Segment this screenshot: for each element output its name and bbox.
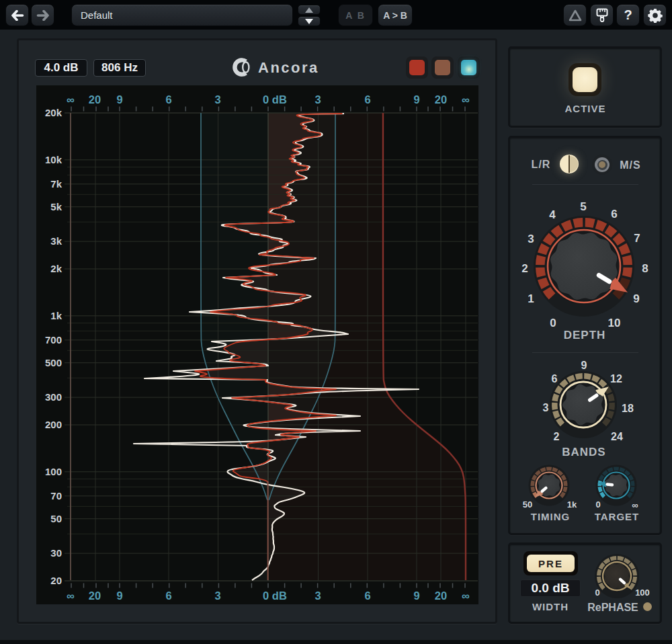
svg-text:100: 100: [45, 466, 62, 477]
svg-text:2: 2: [521, 262, 528, 275]
svg-text:5k: 5k: [50, 201, 62, 212]
svg-text:300: 300: [45, 391, 62, 403]
svg-text:100: 100: [635, 588, 650, 598]
svg-text:∞: ∞: [67, 590, 75, 602]
svg-text:9: 9: [633, 292, 639, 305]
svg-text:5: 5: [580, 200, 586, 213]
svg-text:9: 9: [413, 590, 419, 602]
svg-text:7: 7: [634, 232, 640, 245]
svg-text:0 dB: 0 dB: [263, 93, 287, 106]
svg-text:9: 9: [581, 360, 587, 371]
svg-text:∞: ∞: [632, 500, 638, 510]
svg-text:20: 20: [89, 93, 101, 106]
svg-text:0: 0: [595, 588, 599, 598]
svg-text:2: 2: [554, 431, 560, 442]
svg-text:3: 3: [543, 402, 549, 413]
svg-text:8: 8: [642, 262, 648, 275]
svg-text:70: 70: [50, 490, 62, 501]
svg-text:7k: 7k: [50, 178, 62, 190]
svg-text:20: 20: [50, 575, 62, 586]
svg-text:3: 3: [314, 93, 321, 106]
svg-text:200: 200: [45, 419, 62, 430]
svg-text:500: 500: [45, 357, 62, 368]
svg-text:6: 6: [611, 208, 617, 220]
svg-text:10: 10: [608, 317, 621, 329]
svg-text:4: 4: [549, 208, 556, 221]
svg-text:20: 20: [89, 590, 101, 602]
svg-text:20: 20: [435, 93, 447, 106]
svg-text:1: 1: [528, 292, 534, 305]
svg-text:12: 12: [610, 373, 622, 385]
svg-text:0 dB: 0 dB: [263, 590, 287, 602]
svg-text:∞: ∞: [67, 93, 75, 106]
svg-text:6: 6: [364, 590, 370, 602]
svg-text:3k: 3k: [50, 235, 62, 247]
svg-text:9: 9: [116, 590, 122, 602]
svg-text:3: 3: [528, 233, 534, 245]
svg-text:1k: 1k: [50, 310, 62, 321]
svg-text:6: 6: [165, 93, 171, 106]
svg-text:∞: ∞: [462, 590, 470, 602]
svg-text:30: 30: [50, 547, 62, 559]
svg-text:Ancora: Ancora: [258, 59, 319, 76]
svg-text:6: 6: [165, 590, 171, 602]
svg-text:24: 24: [611, 431, 623, 442]
svg-text:6: 6: [364, 93, 370, 106]
svg-text:9: 9: [413, 93, 419, 106]
svg-text:10k: 10k: [45, 154, 62, 165]
svg-text:50: 50: [50, 513, 62, 524]
svg-text:∞: ∞: [462, 93, 470, 106]
svg-text:0: 0: [595, 499, 600, 510]
svg-text:20: 20: [435, 590, 447, 602]
svg-text:0: 0: [550, 317, 556, 329]
svg-text:50: 50: [523, 499, 532, 510]
svg-text:1k: 1k: [567, 499, 577, 510]
svg-text:2k: 2k: [50, 263, 62, 274]
svg-text:6: 6: [552, 373, 558, 385]
svg-text:700: 700: [45, 334, 62, 346]
svg-text:3: 3: [314, 590, 321, 602]
svg-text:20k: 20k: [45, 107, 62, 118]
svg-text:18: 18: [622, 403, 634, 414]
svg-text:9: 9: [116, 93, 122, 106]
svg-text:3: 3: [214, 590, 220, 602]
svg-text:3: 3: [214, 93, 220, 106]
